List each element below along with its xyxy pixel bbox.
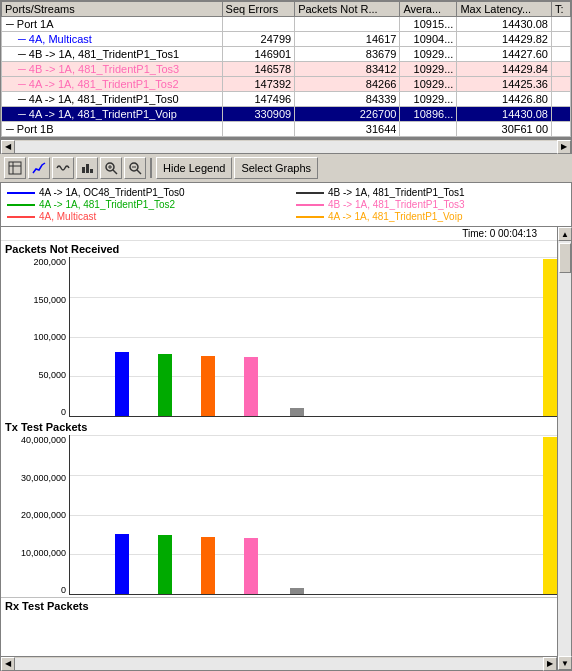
legend-container: 4A -> 1A, OC48_TridentP1_Tos0 4A -> 1A, … xyxy=(7,186,565,223)
scroll-thumb-v[interactable] xyxy=(559,243,571,273)
cell-maxlat: 14425.36 xyxy=(457,77,552,92)
cell-avera: 10904... xyxy=(400,32,457,47)
y2-label-20m: 20,000,000 xyxy=(1,510,66,520)
legend-label-6: 4A -> 1A, 481_TridentP1_Voip xyxy=(328,211,565,222)
chart2-bar-orange xyxy=(201,537,215,594)
cell-seq: 24799 xyxy=(222,32,295,47)
y1-label-50k: 50,000 xyxy=(1,370,66,380)
cell-t xyxy=(552,62,571,77)
legend-item-4: 4B -> 1A, 481_TridentP1_Tos3 xyxy=(296,199,565,210)
col-header-ports: Ports/Streams xyxy=(2,2,223,17)
legend-item-5: 4A, Multicast xyxy=(7,211,276,222)
cell-t xyxy=(552,122,571,137)
top-table-section: Ports/Streams Seq Errors Packets Not R..… xyxy=(0,0,572,154)
svg-line-7 xyxy=(113,170,117,174)
svg-line-11 xyxy=(137,170,141,174)
bar-chart-icon xyxy=(80,161,94,175)
cell-packets: 14617 xyxy=(295,32,400,47)
col-header-seq: Seq Errors xyxy=(222,2,295,17)
zoom-out-icon xyxy=(128,161,142,175)
cell-label: ─ Port 1A xyxy=(2,17,223,32)
legend-col-2: 4B -> 1A, 481_TridentP1_Tos1 4B -> 1A, 4… xyxy=(296,186,565,223)
col-header-packets: Packets Not R... xyxy=(295,2,400,17)
toolbar-btn-4[interactable] xyxy=(76,157,98,179)
y2-label-30m: 30,000,000 xyxy=(1,473,66,483)
v-scrollbar[interactable]: ▲ ▼ xyxy=(557,227,571,670)
scroll-down-arrow[interactable]: ▼ xyxy=(558,656,572,670)
svg-rect-4 xyxy=(86,164,89,173)
table-row[interactable]: ─ 4A -> 1A, 481_TridentP1_Tos2 147392 84… xyxy=(2,77,571,92)
cell-maxlat: 14426.80 xyxy=(457,92,552,107)
cell-avera: 10929... xyxy=(400,62,457,77)
chart1-title: Packets Not Received xyxy=(1,241,557,257)
chart1-bar-pink xyxy=(244,357,258,416)
grid2-line-2 xyxy=(70,475,557,476)
line-chart-icon xyxy=(32,161,46,175)
cell-seq xyxy=(222,122,295,137)
toolbar-btn-zoom-in[interactable] xyxy=(100,157,122,179)
chart2-bar-blue xyxy=(115,534,129,594)
legend-item-6: 4A -> 1A, 481_TridentP1_Voip xyxy=(296,211,565,222)
time-label: Time: 0 00:04:13 xyxy=(1,227,557,241)
table-hscrollbar[interactable]: ◀ ▶ xyxy=(1,139,571,153)
scroll-track-h[interactable] xyxy=(15,141,557,153)
cell-maxlat: 14429.82 xyxy=(457,32,552,47)
grid2-line-1 xyxy=(70,435,557,436)
y2-label-10m: 10,000,000 xyxy=(1,548,66,558)
table-row[interactable]: ─ 4B -> 1A, 481_TridentP1_Tos3 146578 83… xyxy=(2,62,571,77)
cell-packets xyxy=(295,17,400,32)
scroll-up-arrow[interactable]: ▲ xyxy=(558,227,572,241)
table-row[interactable]: ─ Port 1B 31644 30F61 00 xyxy=(2,122,571,137)
legend-label-5: 4A, Multicast xyxy=(39,211,276,222)
chart1-body: 200,000 150,000 100,000 50,000 0 xyxy=(1,257,557,417)
chart2-title: Tx Test Packets xyxy=(1,419,557,435)
scroll-left-arrow[interactable]: ◀ xyxy=(1,140,15,154)
cell-avera: 10929... xyxy=(400,47,457,62)
table-row[interactable]: ─ Port 1A 10915... 14430.08 xyxy=(2,17,571,32)
toolbar-btn-zoom-out[interactable] xyxy=(124,157,146,179)
toolbar-btn-3[interactable] xyxy=(52,157,74,179)
select-graphs-button[interactable]: Select Graphs xyxy=(234,157,318,179)
grid2-line-4 xyxy=(70,554,557,555)
cell-avera xyxy=(400,122,457,137)
table-row[interactable]: ─ 4A, Multicast 24799 14617 10904... 144… xyxy=(2,32,571,47)
scroll-right-arrow[interactable]: ▶ xyxy=(557,140,571,154)
chart1-bar-green xyxy=(158,354,172,416)
chart-hscrollbar[interactable]: ◀ ▶ xyxy=(1,656,557,670)
svg-rect-3 xyxy=(82,167,85,173)
chart-scroll-track[interactable] xyxy=(15,658,543,670)
data-table: Ports/Streams Seq Errors Packets Not R..… xyxy=(1,1,571,137)
hide-legend-button[interactable]: Hide Legend xyxy=(156,157,232,179)
chart2-bar-green xyxy=(158,535,172,594)
cell-label: ─ Port 1B xyxy=(2,122,223,137)
charts-inner: Time: 0 00:04:13 Packets Not Received 20… xyxy=(1,227,557,614)
cell-label: ─ 4B -> 1A, 481_TridentP1_Tos1 xyxy=(2,47,223,62)
chart-scroll-right[interactable]: ▶ xyxy=(543,657,557,671)
main-container: Ports/Streams Seq Errors Packets Not R..… xyxy=(0,0,572,671)
legend-color-6 xyxy=(296,216,324,218)
svg-rect-5 xyxy=(90,169,93,173)
wave-icon xyxy=(56,161,70,175)
grid-line-3 xyxy=(70,337,557,338)
chart2-y-axis: 40,000,000 30,000,000 20,000,000 10,000,… xyxy=(1,435,69,595)
cell-label: ─ 4A -> 1A, 481_TridentP1_Tos0 xyxy=(2,92,223,107)
cell-seq xyxy=(222,17,295,32)
grid-line-2 xyxy=(70,297,557,298)
table-row[interactable]: ─ 4B -> 1A, 481_TridentP1_Tos1 146901 83… xyxy=(2,47,571,62)
chart-scroll-left[interactable]: ◀ xyxy=(1,657,15,671)
toolbar-btn-1[interactable] xyxy=(4,157,26,179)
legend-item-1: 4A -> 1A, OC48_TridentP1_Tos0 xyxy=(7,187,276,198)
cell-t xyxy=(552,77,571,92)
grid-line-4 xyxy=(70,376,557,377)
legend-section: 4A -> 1A, OC48_TridentP1_Tos0 4A -> 1A, … xyxy=(0,183,572,227)
toolbar-btn-2[interactable] xyxy=(28,157,50,179)
legend-label-1: 4A -> 1A, OC48_TridentP1_Tos0 xyxy=(39,187,276,198)
table-row[interactable]: ─ 4A -> 1A, 481_TridentP1_Tos0 147496 84… xyxy=(2,92,571,107)
cell-label: ─ 4A -> 1A, 481_TridentP1_Voip xyxy=(2,107,223,122)
y2-label-0: 0 xyxy=(1,585,66,595)
zoom-in-icon xyxy=(104,161,118,175)
y1-label-0: 0 xyxy=(1,407,66,417)
cell-seq: 146578 xyxy=(222,62,295,77)
table-row[interactable]: ─ 4A -> 1A, 481_TridentP1_Voip 330909 22… xyxy=(2,107,571,122)
scroll-track-v[interactable] xyxy=(558,241,571,656)
